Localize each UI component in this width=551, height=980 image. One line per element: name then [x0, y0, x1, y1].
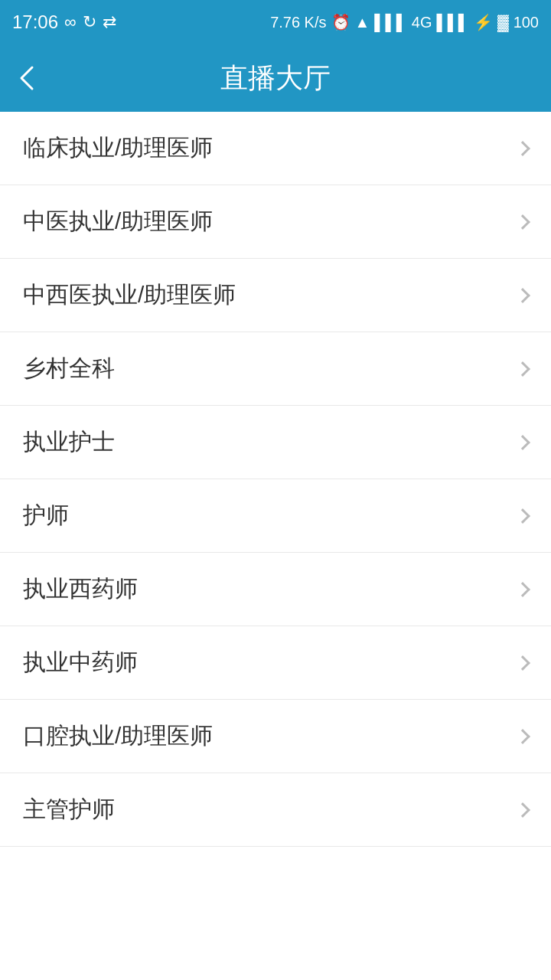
chevron-right-icon	[515, 508, 530, 524]
infinity-icon: ∞	[64, 12, 77, 32]
refresh-icon: ↻	[83, 12, 96, 32]
signal-icon-2: ▌▌▌	[437, 14, 470, 31]
list-item-label: 临床执业/助理医师	[23, 132, 213, 164]
list-item[interactable]: 口腔执业/助理医师	[0, 700, 551, 773]
list-item[interactable]: 执业护士	[0, 406, 551, 479]
wifi-icon: ▲	[355, 14, 370, 31]
list-item[interactable]: 执业中药师	[0, 626, 551, 700]
status-bar-right: 7.76 K/s ⏰ ▲ ▌▌▌ 4G ▌▌▌ ⚡ ▓ 100	[270, 13, 539, 31]
chevron-right-icon	[515, 729, 530, 744]
list-item-label: 口腔执业/助理医师	[23, 720, 213, 752]
list-item-label: 执业中药师	[23, 647, 138, 678]
status-time: 17:06	[12, 11, 58, 33]
battery-icon: ▓	[497, 14, 509, 31]
list-item-label: 执业护士	[23, 426, 115, 458]
list-item-label: 主管护师	[23, 794, 115, 825]
chevron-right-icon	[515, 214, 530, 230]
speed-indicator: 7.76 K/s	[270, 14, 326, 31]
list-item-label: 中西医执业/助理医师	[23, 279, 236, 311]
list-item[interactable]: 护师	[0, 479, 551, 553]
signal-4g-icon: 4G	[412, 14, 432, 31]
list-item-label: 护师	[23, 500, 69, 531]
list-item-label: 中医执业/助理医师	[23, 206, 213, 237]
page-title: 直播大厅	[220, 60, 331, 97]
list-item-label: 执业西药师	[23, 573, 138, 605]
list-item[interactable]: 主管护师	[0, 773, 551, 847]
list-container: 临床执业/助理医师中医执业/助理医师中西医执业/助理医师乡村全科执业护士护师执业…	[0, 112, 551, 847]
clock-icon: ⏰	[331, 13, 350, 31]
list-item-label: 乡村全科	[23, 353, 115, 384]
back-button[interactable]	[15, 61, 37, 95]
chevron-right-icon	[515, 361, 530, 377]
list-item[interactable]: 中医执业/助理医师	[0, 185, 551, 259]
chevron-right-icon	[515, 582, 530, 597]
chevron-right-icon	[515, 802, 530, 818]
chevron-right-icon	[515, 435, 530, 450]
chevron-right-icon	[515, 655, 530, 671]
status-bar-left: 17:06 ∞ ↻ ⇄	[12, 11, 116, 33]
list-item[interactable]: 临床执业/助理医师	[0, 112, 551, 185]
sync-icon: ⇄	[103, 12, 116, 32]
list-item[interactable]: 执业西药师	[0, 553, 551, 626]
charging-icon: ⚡	[474, 13, 493, 31]
battery-level: 100	[514, 14, 539, 31]
chevron-right-icon	[515, 288, 530, 303]
signal-icon: ▌▌▌	[374, 14, 407, 31]
header: 直播大厅	[0, 44, 551, 112]
status-bar: 17:06 ∞ ↻ ⇄ 7.76 K/s ⏰ ▲ ▌▌▌ 4G ▌▌▌ ⚡ ▓ …	[0, 0, 551, 44]
chevron-right-icon	[515, 141, 530, 156]
list-item[interactable]: 中西医执业/助理医师	[0, 259, 551, 332]
list-item[interactable]: 乡村全科	[0, 332, 551, 406]
